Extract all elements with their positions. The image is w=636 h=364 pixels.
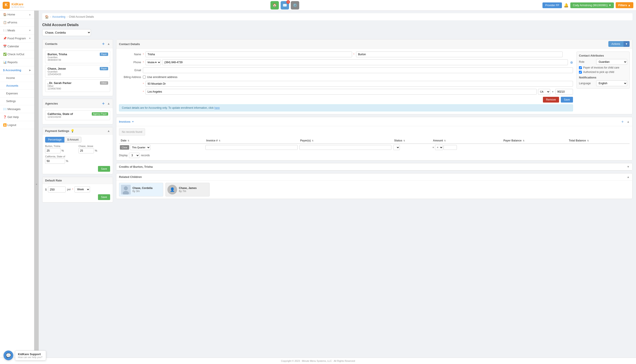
sidebar-item-eforms[interactable]: 📋 eForms <box>0 18 34 26</box>
contact-item-1[interactable]: Payer Chase, Jesse Guardian 1254345433 <box>45 65 110 78</box>
chat-bubble-btn[interactable]: 💬 <box>4 350 13 360</box>
phone-type-select[interactable]: Mobile▼ Home Work <box>146 60 161 65</box>
rate-amount-input[interactable] <box>48 186 66 192</box>
agency-pct-input[interactable] <box>45 158 65 164</box>
chat-tooltip: KidKare Support How can we help you? <box>15 350 46 360</box>
sidebar-item-expenses[interactable]: Expenses <box>0 90 34 98</box>
sidebar-home-label: Home <box>8 13 15 16</box>
language-select[interactable]: English Spanish French <box>596 80 627 86</box>
state-select[interactable]: CA <box>538 89 550 94</box>
invoices-add-btn[interactable]: ＋ <box>620 119 624 124</box>
page-title: Child Account Details <box>42 23 632 27</box>
phone-input[interactable] <box>162 60 568 65</box>
child-name-0: Chase, Cordelia <box>133 186 153 190</box>
sidebar-item-checkinout[interactable]: ✅ Check In/Out <box>0 50 34 58</box>
sidebar: 🏠 Home ▲ 📋 eForms 🍽️ Meals ▼ 📌 Food Prog… <box>0 10 34 358</box>
sidebar-item-settings[interactable]: Settings <box>0 98 34 105</box>
sidebar-item-meals[interactable]: 🍽️ Meals ▼ <box>0 26 34 34</box>
breadcrumb: 🏠 › Accounting › Child Account Details <box>42 13 632 20</box>
contact-item-0[interactable]: Payer Burton, Trisha Guardian 3848484739 <box>45 50 110 63</box>
user-btn[interactable]: Cody Armstrong (991000991) ▼ <box>570 2 614 8</box>
credits-collapse-btn[interactable]: ▼ <box>627 165 629 168</box>
sidebar-item-home[interactable]: 🏠 Home ▲ <box>0 10 34 18</box>
child-card-0[interactable]: Chase, Cordelia 6y 3m <box>119 183 163 196</box>
amount-op-select[interactable]: = > < <box>435 145 443 150</box>
related-collapse-btn[interactable]: ▲ <box>627 175 629 178</box>
sidebar-item-accounts[interactable]: Accounts <box>0 82 34 90</box>
tab-amount[interactable]: $ Amount <box>64 137 81 142</box>
phone-add-btn[interactable]: ⊕ <box>570 60 573 64</box>
agency-item-0[interactable]: Agency Payer California, State of 123214… <box>45 110 110 120</box>
sidebar-item-foodprogram[interactable]: 📌 Food Program ▼ <box>0 34 34 42</box>
sidebar-item-gethelp[interactable]: ❓ Get Help <box>0 113 34 121</box>
payer-filter-input[interactable] <box>299 145 392 150</box>
sidebar-item-calendar[interactable]: 📅 Calendar <box>0 42 34 50</box>
contacts-add-btn[interactable]: ＋ <box>101 41 105 46</box>
sidebar-item-logout[interactable]: ⏏️ Logout <box>0 121 34 129</box>
date-filter-select[interactable]: This Quarter Last Quarter This Month <box>130 145 150 150</box>
col-status: Status ⇅ <box>392 138 431 144</box>
actions-btn[interactable]: Actions <box>608 41 623 47</box>
use-enrollment-checkbox[interactable] <box>143 76 146 78</box>
pickup-checkbox-label: Authorized to pick up child <box>583 70 614 74</box>
rate-period-select[interactable]: Week Day Month <box>75 186 90 192</box>
child-select[interactable]: Chase, Cordelia <box>42 29 91 36</box>
zip-input[interactable] <box>555 89 573 94</box>
tab-percentage[interactable]: Percentage <box>45 137 64 142</box>
remove-btn[interactable]: Remove <box>543 97 559 102</box>
payer1-input[interactable] <box>45 148 61 154</box>
agencies-collapse-btn[interactable]: ▲ <box>107 102 110 105</box>
first-name-input[interactable] <box>146 52 352 57</box>
agencies-add-btn[interactable]: ＋ <box>101 101 105 106</box>
invoice-filter-input[interactable] <box>205 145 298 150</box>
pickup-checkbox[interactable] <box>579 71 582 74</box>
col-amount: Amount ⇅ <box>431 138 502 144</box>
sidebar-item-income[interactable]: Income <box>0 74 34 82</box>
filters-btn[interactable]: Filters ▲ <box>616 2 633 8</box>
sidebar-messages-label: Messages <box>8 108 21 111</box>
agency-field: California, State of % <box>45 155 110 164</box>
address1-input[interactable] <box>146 81 573 87</box>
child-age-0: 6y 3m <box>133 190 153 193</box>
chat-title: KidKare Support <box>18 352 43 356</box>
payer2-input[interactable] <box>79 148 94 154</box>
sidebar-item-reports[interactable]: 📊 Reports <box>0 58 34 66</box>
agency-id-0: 1232143243 <box>48 116 108 118</box>
amount-filter-input[interactable] <box>444 145 457 150</box>
last-name-input[interactable] <box>356 52 562 57</box>
payment-settings-panel: Payment Settings 💡 ▲ Percentage $ Amount <box>42 127 113 174</box>
home-nav-btn[interactable]: 🏠 <box>270 1 279 10</box>
provider-btn[interactable]: Provider FP <box>542 2 562 8</box>
contact-item-2[interactable]: Other , Dr. Sarah Parker Other 123456789… <box>45 79 110 92</box>
breadcrumb-accounting[interactable]: Accounting <box>52 15 65 18</box>
payment-settings-collapse-btn[interactable]: ▲ <box>107 129 110 132</box>
invoices-title: Invoices <box>119 120 131 123</box>
sidebar-item-accounting[interactable]: $ Accounting ▶ <box>0 66 34 74</box>
sidebar-item-messages[interactable]: ✉️ Messages <box>0 105 34 113</box>
city-input[interactable] <box>146 89 537 94</box>
main-content: 🏠 › Accounting › Child Account Details C… <box>39 10 636 358</box>
child-avatar-0 <box>121 185 131 194</box>
invoices-caret-icon: ▼ <box>132 120 134 123</box>
contact-details-title: Contact Details <box>119 42 140 46</box>
invoices-collapse-btn[interactable]: ▲ <box>627 120 629 123</box>
clear-filter-btn[interactable]: Clear <box>120 145 129 150</box>
email-input[interactable] <box>143 68 573 73</box>
contacts-collapse-btn[interactable]: ▲ <box>107 42 110 46</box>
home-icon[interactable]: 🏠 <box>45 15 49 18</box>
settings-nav-btn[interactable]: ⚙️ <box>291 1 299 10</box>
child-card-1[interactable]: 👤 Chase, James 6y 7m <box>165 183 210 196</box>
payer-checkbox[interactable] <box>579 66 582 69</box>
save-contact-btn[interactable]: Save <box>561 97 573 102</box>
status-filter-select[interactable] <box>393 145 400 150</box>
info-link[interactable]: here <box>214 106 220 110</box>
mail-nav-btn[interactable]: ✉️ 9 <box>281 1 289 10</box>
notification-bell[interactable]: 🔔 <box>564 3 568 8</box>
actions-caret-btn[interactable]: ▼ <box>623 41 629 47</box>
role-select[interactable]: Guardian Parent Other <box>596 59 627 65</box>
display-count-select[interactable]: 3 5 10 25 <box>129 153 140 158</box>
payment-save-btn[interactable]: Save <box>98 166 110 172</box>
sidebar-toggle[interactable]: « <box>34 10 39 358</box>
sidebar-expenses-label: Expenses <box>6 92 18 95</box>
default-rate-save-btn[interactable]: Save <box>98 194 110 200</box>
